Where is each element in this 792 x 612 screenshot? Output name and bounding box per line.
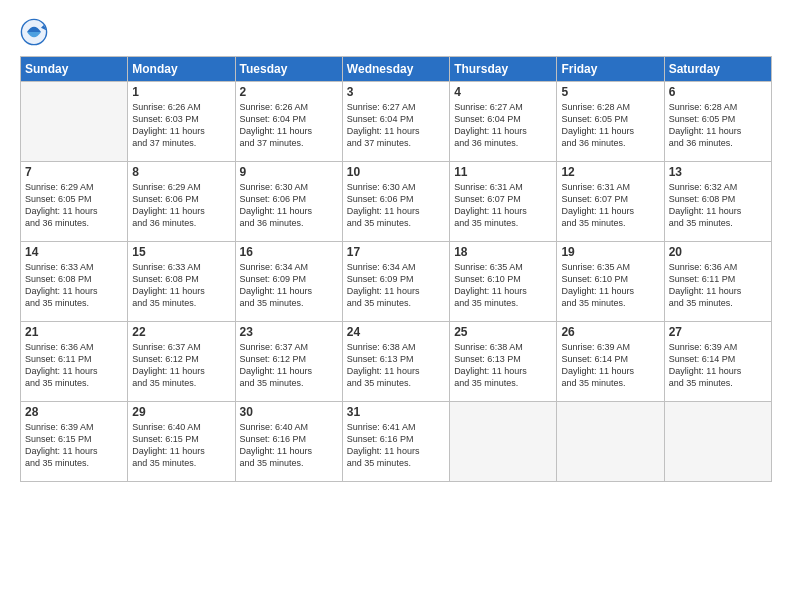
day-number: 22 [132, 325, 230, 339]
calendar-cell [664, 402, 771, 482]
calendar-cell: 7Sunrise: 6:29 AM Sunset: 6:05 PM Daylig… [21, 162, 128, 242]
cell-text: Sunrise: 6:31 AM Sunset: 6:07 PM Dayligh… [561, 181, 659, 230]
calendar-week-row: 1Sunrise: 6:26 AM Sunset: 6:03 PM Daylig… [21, 82, 772, 162]
day-number: 13 [669, 165, 767, 179]
cell-text: Sunrise: 6:27 AM Sunset: 6:04 PM Dayligh… [347, 101, 445, 150]
day-number: 20 [669, 245, 767, 259]
day-number: 30 [240, 405, 338, 419]
day-number: 6 [669, 85, 767, 99]
calendar-cell: 5Sunrise: 6:28 AM Sunset: 6:05 PM Daylig… [557, 82, 664, 162]
day-number: 7 [25, 165, 123, 179]
calendar-cell [450, 402, 557, 482]
calendar-cell: 9Sunrise: 6:30 AM Sunset: 6:06 PM Daylig… [235, 162, 342, 242]
day-number: 17 [347, 245, 445, 259]
cell-text: Sunrise: 6:26 AM Sunset: 6:03 PM Dayligh… [132, 101, 230, 150]
calendar-cell: 1Sunrise: 6:26 AM Sunset: 6:03 PM Daylig… [128, 82, 235, 162]
day-number: 10 [347, 165, 445, 179]
weekday-header-wednesday: Wednesday [342, 57, 449, 82]
calendar-cell: 20Sunrise: 6:36 AM Sunset: 6:11 PM Dayli… [664, 242, 771, 322]
day-number: 21 [25, 325, 123, 339]
day-number: 14 [25, 245, 123, 259]
calendar-cell: 11Sunrise: 6:31 AM Sunset: 6:07 PM Dayli… [450, 162, 557, 242]
logo [20, 18, 52, 46]
calendar-cell: 28Sunrise: 6:39 AM Sunset: 6:15 PM Dayli… [21, 402, 128, 482]
logo-icon [20, 18, 48, 46]
cell-text: Sunrise: 6:35 AM Sunset: 6:10 PM Dayligh… [454, 261, 552, 310]
cell-text: Sunrise: 6:32 AM Sunset: 6:08 PM Dayligh… [669, 181, 767, 230]
cell-text: Sunrise: 6:33 AM Sunset: 6:08 PM Dayligh… [132, 261, 230, 310]
day-number: 3 [347, 85, 445, 99]
calendar-cell: 18Sunrise: 6:35 AM Sunset: 6:10 PM Dayli… [450, 242, 557, 322]
calendar-cell [21, 82, 128, 162]
day-number: 2 [240, 85, 338, 99]
cell-text: Sunrise: 6:30 AM Sunset: 6:06 PM Dayligh… [240, 181, 338, 230]
calendar-cell: 26Sunrise: 6:39 AM Sunset: 6:14 PM Dayli… [557, 322, 664, 402]
cell-text: Sunrise: 6:39 AM Sunset: 6:14 PM Dayligh… [669, 341, 767, 390]
calendar-cell: 10Sunrise: 6:30 AM Sunset: 6:06 PM Dayli… [342, 162, 449, 242]
cell-text: Sunrise: 6:38 AM Sunset: 6:13 PM Dayligh… [454, 341, 552, 390]
day-number: 23 [240, 325, 338, 339]
page: SundayMondayTuesdayWednesdayThursdayFrid… [0, 0, 792, 612]
day-number: 26 [561, 325, 659, 339]
calendar-cell: 23Sunrise: 6:37 AM Sunset: 6:12 PM Dayli… [235, 322, 342, 402]
calendar-cell: 2Sunrise: 6:26 AM Sunset: 6:04 PM Daylig… [235, 82, 342, 162]
day-number: 27 [669, 325, 767, 339]
cell-text: Sunrise: 6:36 AM Sunset: 6:11 PM Dayligh… [669, 261, 767, 310]
calendar-cell [557, 402, 664, 482]
calendar-cell: 6Sunrise: 6:28 AM Sunset: 6:05 PM Daylig… [664, 82, 771, 162]
cell-text: Sunrise: 6:35 AM Sunset: 6:10 PM Dayligh… [561, 261, 659, 310]
calendar-cell: 17Sunrise: 6:34 AM Sunset: 6:09 PM Dayli… [342, 242, 449, 322]
day-number: 25 [454, 325, 552, 339]
calendar-table: SundayMondayTuesdayWednesdayThursdayFrid… [20, 56, 772, 482]
calendar-cell: 12Sunrise: 6:31 AM Sunset: 6:07 PM Dayli… [557, 162, 664, 242]
cell-text: Sunrise: 6:26 AM Sunset: 6:04 PM Dayligh… [240, 101, 338, 150]
cell-text: Sunrise: 6:29 AM Sunset: 6:06 PM Dayligh… [132, 181, 230, 230]
day-number: 8 [132, 165, 230, 179]
cell-text: Sunrise: 6:37 AM Sunset: 6:12 PM Dayligh… [132, 341, 230, 390]
day-number: 11 [454, 165, 552, 179]
day-number: 31 [347, 405, 445, 419]
day-number: 4 [454, 85, 552, 99]
day-number: 28 [25, 405, 123, 419]
calendar-week-row: 14Sunrise: 6:33 AM Sunset: 6:08 PM Dayli… [21, 242, 772, 322]
cell-text: Sunrise: 6:33 AM Sunset: 6:08 PM Dayligh… [25, 261, 123, 310]
cell-text: Sunrise: 6:31 AM Sunset: 6:07 PM Dayligh… [454, 181, 552, 230]
calendar-cell: 3Sunrise: 6:27 AM Sunset: 6:04 PM Daylig… [342, 82, 449, 162]
day-number: 9 [240, 165, 338, 179]
cell-text: Sunrise: 6:40 AM Sunset: 6:15 PM Dayligh… [132, 421, 230, 470]
day-number: 29 [132, 405, 230, 419]
cell-text: Sunrise: 6:40 AM Sunset: 6:16 PM Dayligh… [240, 421, 338, 470]
calendar-cell: 22Sunrise: 6:37 AM Sunset: 6:12 PM Dayli… [128, 322, 235, 402]
day-number: 15 [132, 245, 230, 259]
cell-text: Sunrise: 6:37 AM Sunset: 6:12 PM Dayligh… [240, 341, 338, 390]
weekday-header-monday: Monday [128, 57, 235, 82]
day-number: 24 [347, 325, 445, 339]
day-number: 18 [454, 245, 552, 259]
calendar-cell: 31Sunrise: 6:41 AM Sunset: 6:16 PM Dayli… [342, 402, 449, 482]
cell-text: Sunrise: 6:38 AM Sunset: 6:13 PM Dayligh… [347, 341, 445, 390]
calendar-cell: 4Sunrise: 6:27 AM Sunset: 6:04 PM Daylig… [450, 82, 557, 162]
day-number: 1 [132, 85, 230, 99]
calendar-week-row: 21Sunrise: 6:36 AM Sunset: 6:11 PM Dayli… [21, 322, 772, 402]
cell-text: Sunrise: 6:29 AM Sunset: 6:05 PM Dayligh… [25, 181, 123, 230]
weekday-header-friday: Friday [557, 57, 664, 82]
cell-text: Sunrise: 6:27 AM Sunset: 6:04 PM Dayligh… [454, 101, 552, 150]
weekday-header-tuesday: Tuesday [235, 57, 342, 82]
calendar-cell: 14Sunrise: 6:33 AM Sunset: 6:08 PM Dayli… [21, 242, 128, 322]
cell-text: Sunrise: 6:34 AM Sunset: 6:09 PM Dayligh… [240, 261, 338, 310]
calendar-cell: 27Sunrise: 6:39 AM Sunset: 6:14 PM Dayli… [664, 322, 771, 402]
weekday-header-row: SundayMondayTuesdayWednesdayThursdayFrid… [21, 57, 772, 82]
weekday-header-saturday: Saturday [664, 57, 771, 82]
day-number: 5 [561, 85, 659, 99]
calendar-cell: 21Sunrise: 6:36 AM Sunset: 6:11 PM Dayli… [21, 322, 128, 402]
cell-text: Sunrise: 6:30 AM Sunset: 6:06 PM Dayligh… [347, 181, 445, 230]
calendar-week-row: 28Sunrise: 6:39 AM Sunset: 6:15 PM Dayli… [21, 402, 772, 482]
calendar-week-row: 7Sunrise: 6:29 AM Sunset: 6:05 PM Daylig… [21, 162, 772, 242]
calendar-cell: 24Sunrise: 6:38 AM Sunset: 6:13 PM Dayli… [342, 322, 449, 402]
weekday-header-thursday: Thursday [450, 57, 557, 82]
header [20, 18, 772, 46]
cell-text: Sunrise: 6:39 AM Sunset: 6:15 PM Dayligh… [25, 421, 123, 470]
weekday-header-sunday: Sunday [21, 57, 128, 82]
day-number: 19 [561, 245, 659, 259]
cell-text: Sunrise: 6:34 AM Sunset: 6:09 PM Dayligh… [347, 261, 445, 310]
